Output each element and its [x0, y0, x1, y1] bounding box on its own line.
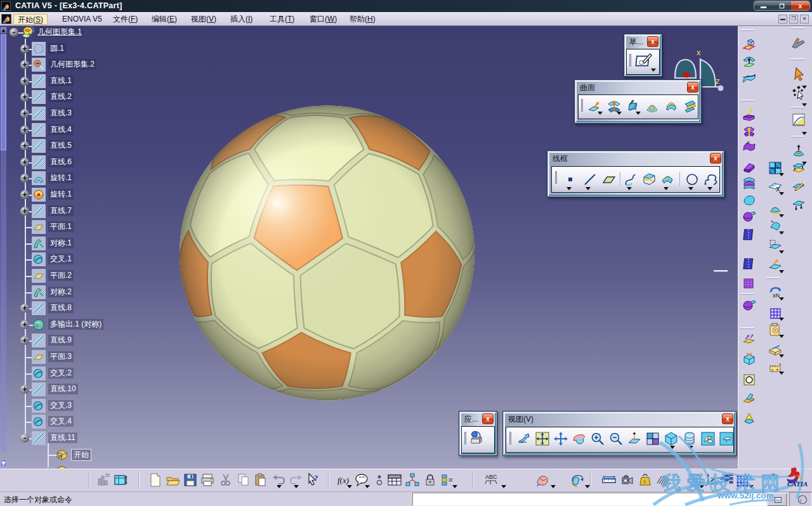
svg-text:1: 1 [643, 479, 646, 484]
svg-text:i: i [800, 497, 802, 503]
svg-text:?: ? [314, 473, 318, 483]
svg-text:ABC: ABC [485, 474, 497, 480]
svg-text:=: = [449, 476, 452, 484]
svg-text:z: z [716, 76, 720, 86]
svg-text:f(x): f(x) [337, 476, 349, 485]
svg-text:x: x [697, 48, 701, 57]
